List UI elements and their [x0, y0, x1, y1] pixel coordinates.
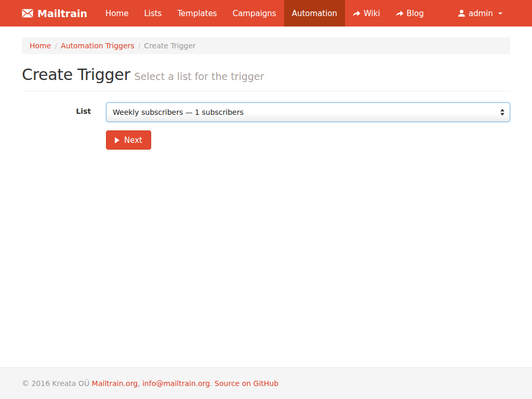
- user-menu[interactable]: admin: [450, 0, 510, 26]
- breadcrumb-separator: /: [135, 42, 144, 50]
- page-title: Create Trigger: [22, 65, 130, 84]
- page-header: Create TriggerSelect a list for the trig…: [22, 65, 510, 91]
- nav-item-automation[interactable]: Automation: [284, 0, 345, 26]
- main-content: Home / Automation Triggers / Create Trig…: [0, 26, 532, 367]
- footer-separator: ,: [138, 379, 140, 388]
- nav-item-label: Automation: [292, 9, 337, 18]
- breadcrumb-current: Create Trigger: [144, 42, 195, 50]
- breadcrumb-automation-triggers[interactable]: Automation Triggers: [61, 42, 135, 50]
- brand-label: Mailtrain: [37, 8, 87, 19]
- nav-item-label: Wiki: [364, 9, 380, 18]
- copyright-text: © 2016 Kreata OÜ: [22, 379, 89, 388]
- brand-mailtrain[interactable]: Mailtrain: [22, 0, 98, 26]
- nav-item-campaigns[interactable]: Campaigns: [225, 0, 284, 26]
- nav-item-label: Home: [105, 9, 128, 18]
- list-label: List: [22, 102, 106, 122]
- nav-item-label: Campaigns: [233, 9, 276, 18]
- user-name: admin: [469, 9, 493, 18]
- main-nav: Home Lists Templates Campaigns Automatio…: [98, 0, 432, 26]
- nav-item-wiki[interactable]: Wiki: [345, 0, 388, 26]
- next-button[interactable]: Next: [106, 130, 151, 150]
- share-arrow-icon: [396, 10, 404, 17]
- create-trigger-form: List Weekly subscribers — 1 subscribers …: [22, 102, 510, 150]
- chevron-down-icon: [498, 12, 502, 15]
- top-navbar: Mailtrain Home Lists Templates Campaigns…: [0, 0, 532, 26]
- nav-item-lists[interactable]: Lists: [136, 0, 169, 26]
- list-select-value: Weekly subscribers — 1 subscribers: [113, 108, 244, 116]
- nav-item-templates[interactable]: Templates: [169, 0, 224, 26]
- footer-link-mailtrain-org[interactable]: Mailtrain.org: [92, 379, 138, 388]
- footer: © 2016 Kreata OÜ Mailtrain.org, info@mai…: [0, 367, 532, 399]
- nav-item-label: Templates: [177, 9, 217, 18]
- breadcrumb-home[interactable]: Home: [30, 42, 51, 50]
- footer-link-email[interactable]: info@mailtrain.org: [142, 379, 210, 388]
- page-subtitle: Select a list for the trigger: [134, 71, 264, 82]
- nav-item-home[interactable]: Home: [98, 0, 136, 26]
- nav-item-label: Blog: [407, 9, 424, 18]
- next-button-label: Next: [124, 136, 142, 145]
- footer-link-github[interactable]: Source on GitHub: [215, 379, 278, 388]
- list-select[interactable]: Weekly subscribers — 1 subscribers: [106, 102, 510, 122]
- envelope-icon: [22, 9, 33, 18]
- nav-item-blog[interactable]: Blog: [388, 0, 432, 26]
- user-icon: [458, 9, 466, 17]
- footer-separator: .: [210, 379, 212, 388]
- breadcrumb: Home / Automation Triggers / Create Trig…: [22, 37, 510, 54]
- play-icon: [115, 137, 119, 143]
- nav-item-label: Lists: [144, 9, 162, 18]
- breadcrumb-separator: /: [51, 42, 61, 50]
- share-arrow-icon: [353, 10, 361, 17]
